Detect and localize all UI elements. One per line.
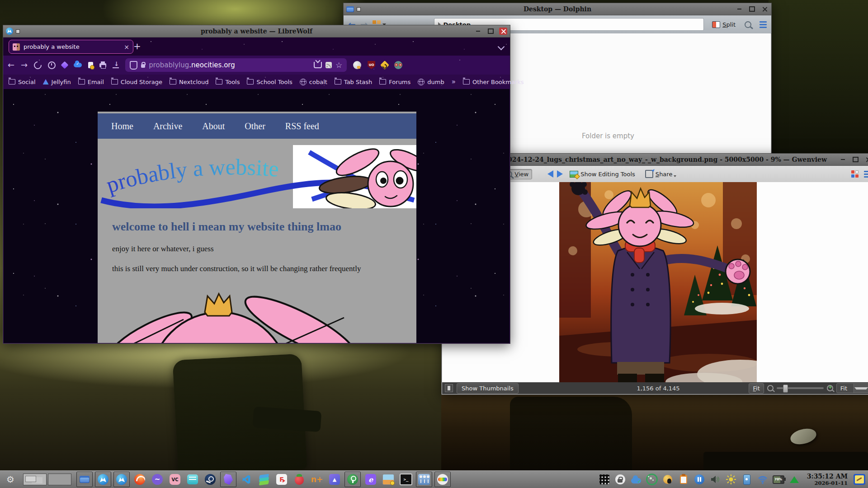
tray-network[interactable] [757,474,769,485]
browser-tab[interactable]: probably a website × [9,40,133,54]
save-to-pocket-icon[interactable] [314,62,322,68]
document-extension-icon[interactable] [88,62,93,68]
tray-app-grid[interactable] [599,474,610,485]
cloud-sync-icon[interactable] [74,63,82,67]
search-icon[interactable] [745,21,751,28]
virtual-desktop-1[interactable] [23,474,47,485]
tab-close-icon[interactable]: × [124,43,129,51]
tray-nextcloud[interactable] [630,474,642,485]
minimize-button[interactable] [839,156,847,163]
tray-updates[interactable] [788,474,800,485]
tray-notes[interactable] [854,474,865,485]
back-button[interactable]: ← [8,61,14,69]
close-button[interactable] [864,156,868,163]
taskbar-item-nplus[interactable]: n+ [309,472,325,487]
lock-icon[interactable] [141,64,145,68]
tray-syncthing[interactable] [646,474,658,485]
bookmark-cloud-storage[interactable]: Cloud Storage [111,79,162,85]
taskbar-item-f-app[interactable]: F [274,472,289,487]
bookmark-forums[interactable]: Forums [379,79,410,85]
taskbar-item-dolphin[interactable] [76,472,93,487]
tray-media-pause[interactable] [693,474,705,485]
taskbar-item-steam[interactable] [203,472,218,487]
new-tab-button[interactable]: + [133,41,141,51]
url-bar[interactable]: probablylug.neocities.org ☆ [125,58,347,72]
taskbar-item-librewolf-1[interactable] [95,472,111,487]
bookmark-email[interactable]: Email [78,79,104,85]
taskbar-item-librewolf-2[interactable] [113,472,130,487]
app-launcher-button[interactable]: ⚙ [3,472,18,487]
show-editing-tools-button[interactable]: Show Editing Tools [566,169,638,179]
window-menu-icon[interactable] [16,29,20,33]
taskbar-item-visor-app[interactable] [434,472,451,487]
librewolf-titlebar[interactable]: probably a website — LibreWolf [3,25,510,38]
taskbar-item-chat[interactable] [185,472,200,487]
tray-privacy-lock[interactable] [614,474,626,485]
next-image-button[interactable] [557,170,563,178]
taskbar-item-e-app[interactable]: e [363,472,378,487]
bookmark-tools[interactable]: Tools [216,79,240,85]
bookmark-dumb[interactable]: dumb [418,79,444,85]
history-icon[interactable] [48,61,56,69]
bookmark-cobalt[interactable]: cobalt [300,79,327,85]
taskbar-item-strawberry[interactable] [292,472,307,487]
taskbar-item-radio-tower[interactable]: ▲ [327,472,342,487]
tray-battery[interactable]: 70% [773,474,784,485]
zoom-slider[interactable] [777,387,824,389]
previous-image-button[interactable] [547,170,553,178]
dolphin-titlebar[interactable]: Desktop — Dolphin [344,3,771,15]
tray-volume[interactable] [709,474,721,485]
rss-feed-icon[interactable] [326,62,332,68]
reload-icon[interactable] [33,60,43,70]
taskbar-item-obsidian[interactable] [220,472,236,487]
minimize-button[interactable] [474,28,482,35]
print-icon[interactable] [99,63,106,67]
minimize-button[interactable] [735,5,743,13]
browser-viewport[interactable]: Home Archive About Other RSS feed [4,89,509,343]
window-menu-icon[interactable] [357,7,361,11]
hamburger-menu-icon[interactable] [760,21,767,28]
yellow-diamond-extension-icon[interactable] [380,61,389,70]
bookmark-school-tools[interactable]: School Tools [247,79,292,85]
hamburger-menu-icon[interactable] [864,171,868,178]
thumbnail-grid-icon[interactable] [851,170,859,178]
tracking-protection-shield-icon[interactable] [130,61,137,70]
taskbar-item-terminal[interactable]: >_ [398,472,414,487]
virtual-desktop-pager[interactable] [23,474,71,485]
list-all-tabs-icon[interactable] [498,43,505,51]
tray-wine[interactable] [662,474,674,485]
nav-link-archive[interactable]: Archive [153,121,182,131]
maximize-button[interactable] [851,156,859,163]
show-thumbnails-button[interactable]: Show Thumbnails [457,383,519,394]
forward-button[interactable]: → [21,61,28,69]
bookmark-star-icon[interactable]: ☆ [335,61,342,70]
tray-brightness[interactable] [725,474,737,485]
bookmark-nextcloud[interactable]: Nextcloud [170,79,209,85]
sidebar-toggle-icon[interactable] [445,384,453,392]
taskbar-item-keepassxc[interactable] [344,472,361,487]
bookmark-other-bookmarks[interactable]: Other Bookmarks [463,79,524,85]
maximize-button[interactable] [486,28,495,35]
split-button[interactable]: Split [712,21,736,28]
tray-clipboard[interactable] [678,474,689,485]
taskbar-item-floorp[interactable] [132,472,147,487]
nav-link-rss[interactable]: RSS feed [285,121,319,131]
bookmark-tab-stash[interactable]: Tab Stash [335,79,372,85]
zoom-in-icon[interactable] [827,385,833,391]
glasses-face-extension-icon[interactable] [394,61,402,69]
close-button[interactable] [760,5,769,13]
nav-link-other[interactable]: Other [245,121,265,131]
url-text[interactable]: probablylug.neocities.org [149,61,310,69]
taskbar-item-vesktop[interactable]: VC [167,472,183,487]
zoom-slider-handle[interactable] [783,385,788,393]
bookmark-jellyfin[interactable]: Jellyfin [43,79,71,85]
gem-extension-icon[interactable] [61,61,69,69]
downloads-icon[interactable] [113,62,119,68]
bookmark-social[interactable]: Social [9,79,36,85]
nav-link-home[interactable]: Home [111,121,133,131]
fit-button[interactable]: Fit [749,383,764,394]
ublock-origin-icon[interactable]: UO [368,61,375,69]
taskbar-item-vscode[interactable] [239,472,254,487]
zoom-mode-select[interactable]: Fit [836,383,868,393]
taskbar-item-photos[interactable] [381,472,396,487]
